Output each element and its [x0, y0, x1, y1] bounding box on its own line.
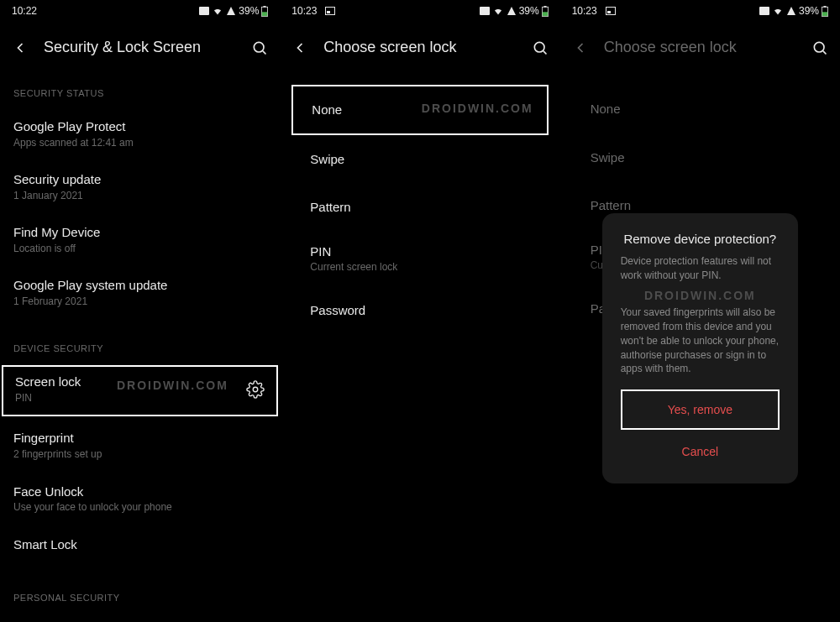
- item-subtitle: Apps scanned at 12:41 am: [13, 137, 266, 150]
- item-title: Face Unlock: [13, 483, 266, 500]
- section-header-security-status: SECURITY STATUS: [13, 73, 266, 110]
- option-none[interactable]: None DROIDWIN.COM: [291, 85, 548, 135]
- section-header-device-security: DEVICE SECURITY: [13, 321, 266, 365]
- back-arrow-icon[interactable]: [291, 39, 308, 56]
- vowifi-icon: [480, 7, 490, 15]
- page-title: Security & Lock Screen: [44, 39, 251, 56]
- wifi-icon: [492, 6, 504, 16]
- search-icon[interactable]: [532, 39, 549, 56]
- item-title: Security update: [13, 171, 266, 188]
- item-find-my-device[interactable]: Find My Device Location is off: [13, 216, 266, 269]
- yes-remove-button[interactable]: Yes, remove: [621, 389, 780, 430]
- option-pin[interactable]: PIN Current screen lock: [310, 232, 529, 286]
- status-bar: 10:23 39%: [280, 0, 559, 20]
- option-swipe[interactable]: Swipe: [310, 135, 529, 184]
- item-subtitle: Location is off: [13, 243, 266, 256]
- signal-icon: [507, 6, 517, 16]
- header: Choose screen lock: [280, 20, 559, 73]
- svg-rect-7: [542, 12, 547, 16]
- svg-point-3: [255, 42, 265, 52]
- header: Security & Lock Screen: [0, 20, 280, 73]
- search-icon[interactable]: [251, 39, 268, 56]
- option-password[interactable]: Password: [310, 286, 529, 335]
- item-title: Screen lock: [15, 374, 238, 390]
- watermark: DROIDWIN.COM: [621, 288, 780, 305]
- svg-rect-2: [262, 12, 267, 16]
- status-time: 10:22: [12, 5, 37, 17]
- option-title: Password: [310, 302, 529, 319]
- page-title: Choose screen lock: [323, 39, 531, 56]
- battery-percent: 39%: [519, 5, 539, 17]
- item-system-update[interactable]: Google Play system update 1 February 202…: [13, 269, 266, 321]
- vowifi-icon: [199, 7, 209, 15]
- option-subtitle: Current screen lock: [310, 261, 529, 274]
- signal-icon: [226, 6, 236, 16]
- gear-icon[interactable]: [246, 380, 265, 399]
- wifi-icon: [212, 6, 223, 16]
- item-smart-lock[interactable]: Smart Lock: [13, 528, 266, 572]
- svg-point-8: [534, 42, 544, 52]
- remove-protection-dialog: Remove device protection? Device protect…: [602, 213, 798, 483]
- item-title: Google Play system update: [13, 277, 266, 294]
- item-emergency-rescue[interactable]: Emergency Rescue Automatically call for …: [13, 614, 266, 622]
- option-title: Swipe: [310, 151, 529, 168]
- item-face-unlock[interactable]: Face Unlock Use your face to unlock your…: [13, 475, 266, 528]
- dialog-body-2: Your saved fingerprints will also be rem…: [621, 306, 780, 376]
- item-play-protect[interactable]: Google Play Protect Apps scanned at 12:4…: [13, 110, 266, 163]
- dialog-overlay[interactable]: Remove device protection? Device protect…: [560, 0, 840, 622]
- item-subtitle: Use your face to unlock your phone: [13, 501, 266, 515]
- item-title: Google Play Protect: [13, 118, 266, 135]
- cancel-button[interactable]: Cancel: [621, 433, 780, 470]
- option-pattern[interactable]: Pattern: [310, 183, 529, 232]
- item-security-update[interactable]: Security update 1 January 2021: [13, 163, 266, 216]
- item-title: Smart Lock: [13, 536, 266, 553]
- item-subtitle: PIN: [15, 392, 238, 405]
- option-title: Pattern: [310, 199, 529, 216]
- item-subtitle: 2 fingerprints set up: [13, 448, 266, 462]
- item-title: Find My Device: [13, 224, 266, 241]
- item-fingerprint[interactable]: Fingerprint 2 fingerprints set up: [13, 416, 266, 474]
- status-icons: 39%: [199, 5, 268, 17]
- option-title: PIN: [310, 243, 529, 260]
- svg-rect-6: [543, 6, 546, 8]
- item-subtitle: 1 January 2021: [13, 190, 266, 203]
- section-header-personal-security: PERSONAL SECURITY: [13, 571, 266, 614]
- item-subtitle: 1 February 2021: [13, 295, 266, 309]
- svg-point-4: [254, 387, 259, 392]
- option-title: None: [312, 102, 528, 118]
- item-screen-lock[interactable]: Screen lock PIN DROIDWIN.COM: [2, 365, 278, 416]
- item-title: Fingerprint: [13, 430, 266, 447]
- battery-icon: [542, 6, 549, 17]
- status-time: 10:23: [291, 5, 317, 17]
- svg-rect-1: [264, 6, 266, 8]
- status-icons: 39%: [480, 5, 549, 17]
- image-icon: [325, 7, 335, 15]
- battery-percent: 39%: [239, 5, 259, 17]
- battery-icon: [261, 6, 268, 17]
- dialog-title: Remove device protection?: [621, 232, 780, 246]
- status-bar: 10:22 39%: [0, 0, 280, 20]
- dialog-body-1: Device protection features will not work…: [621, 254, 780, 283]
- back-arrow-icon[interactable]: [12, 39, 29, 56]
